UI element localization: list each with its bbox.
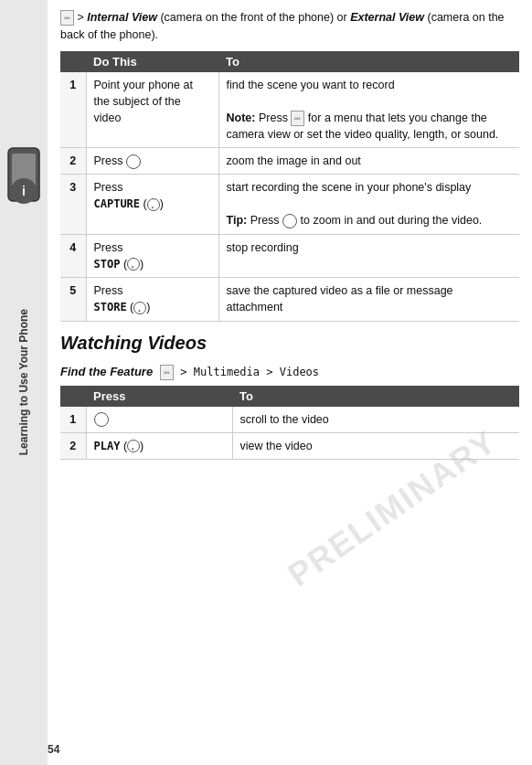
stop-key-label: STOP (94, 258, 121, 271)
col-to: To (218, 51, 519, 72)
row-to: view the video (232, 432, 519, 459)
row-num: 2 (60, 148, 86, 175)
row-do-this: Point your phone at the subject of the v… (86, 72, 218, 148)
watching-table: Press To 1 scroll to the video 2 PLAY ()… (60, 386, 519, 461)
sidebar: i Learning to Use Your Phone (0, 0, 48, 765)
row-num: 1 (60, 407, 86, 433)
page-number: 54 (48, 743, 59, 756)
internal-view-label: Internal View (87, 11, 157, 24)
sidebar-label: Learning to Use Your Phone (0, 0, 48, 765)
dot-button-icon (133, 302, 146, 314)
menu-key-icon: ⎓ (291, 111, 304, 126)
circle-button-icon (282, 214, 297, 228)
find-feature-row: Find the Feature ⎓ > Multimedia > Videos (60, 365, 519, 378)
circle-button-icon (94, 412, 109, 427)
row-to: scroll to the video (232, 407, 519, 433)
main-content: ⎓ > Internal View (camera on the front o… (48, 0, 532, 480)
table-row: 1 scroll to the video (60, 407, 519, 433)
col-num (60, 51, 86, 72)
col-do-this: Do This (86, 51, 218, 72)
row-do-this: Press (86, 148, 218, 175)
row-do-this: PressSTORE () (86, 278, 218, 322)
table-row: 3 PressCAPTURE () start recording the sc… (60, 175, 519, 234)
row-press: PLAY () (86, 432, 232, 459)
dot-button-icon (127, 258, 140, 271)
find-feature-value: ⎓ > Multimedia > Videos (160, 366, 319, 378)
circle-button-icon (126, 154, 141, 169)
row-to: start recording the scene in your phone'… (218, 175, 519, 234)
table-row: 2 Press zoom the image in and out (60, 148, 519, 175)
row-press (86, 407, 232, 433)
col-to-2: To (232, 386, 519, 407)
row-to: stop recording (218, 234, 519, 278)
table-row: 5 PressSTORE () save the captured video … (60, 278, 519, 322)
table-row: 2 PLAY () view the video (60, 432, 519, 459)
intro-text: ⎓ > Internal View (camera on the front o… (60, 9, 519, 44)
store-key-label: STORE (94, 301, 127, 313)
row-to: zoom the image in and out (218, 148, 519, 175)
recording-table: Do This To 1 Point your phone at the sub… (60, 51, 519, 322)
external-view-label: External View (350, 11, 424, 24)
col-press: Press (86, 386, 232, 407)
section-heading: Watching Videos (60, 333, 519, 354)
table-row: 4 PressSTOP () stop recording (60, 234, 519, 278)
menu-icon: ⎓ (60, 10, 74, 26)
row-to: save the captured video as a file or mes… (218, 278, 519, 322)
row-num: 5 (60, 278, 86, 322)
row-num: 4 (60, 234, 86, 278)
menu-icon-2: ⎓ (160, 365, 174, 380)
row-num: 1 (60, 72, 86, 148)
table-row: 1 Point your phone at the subject of the… (60, 72, 519, 148)
find-feature-label: Find the Feature (60, 365, 153, 378)
row-num: 2 (60, 432, 86, 459)
col-num (60, 386, 86, 407)
row-num: 3 (60, 175, 86, 234)
capture-key-label: CAPTURE (94, 197, 141, 210)
play-key-label: PLAY (94, 440, 121, 452)
row-do-this: PressCAPTURE () (86, 175, 218, 234)
dot-button-icon (127, 440, 140, 452)
row-to: find the scene you want to record Note: … (218, 72, 519, 148)
dot-button-icon (147, 198, 160, 211)
row-do-this: PressSTOP () (86, 234, 218, 278)
